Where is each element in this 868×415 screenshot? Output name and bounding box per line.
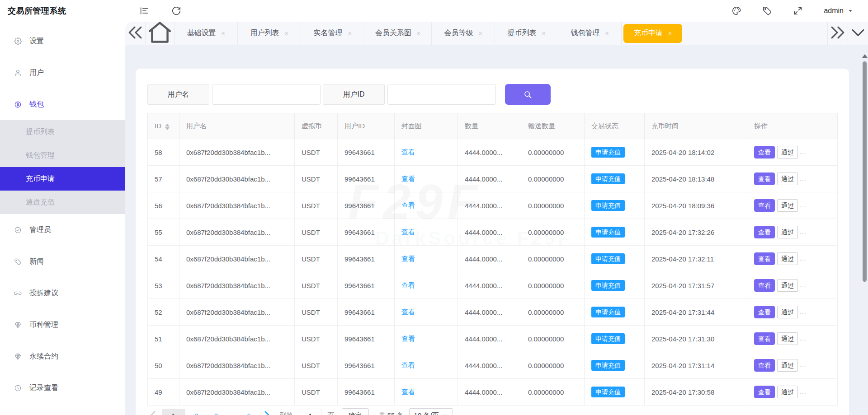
- view-cover-link[interactable]: 查看: [401, 308, 415, 316]
- per-page-select[interactable]: 10 条/页: [409, 408, 453, 415]
- refresh-button[interactable]: [171, 6, 181, 16]
- tabs-scroll-right-button[interactable]: [827, 22, 848, 45]
- approve-button[interactable]: 通过: [777, 279, 798, 292]
- tab-item[interactable]: 实名管理×: [301, 22, 364, 45]
- view-cover-link[interactable]: 查看: [401, 388, 415, 396]
- cell-username: 0x687f20dd30b384bfac1b...: [179, 299, 295, 326]
- goto-page-input[interactable]: [300, 409, 321, 415]
- page-scrollbar: [862, 50, 868, 415]
- sidebar-item-tag[interactable]: 新闻: [0, 246, 125, 277]
- tab-close-icon[interactable]: ×: [417, 30, 420, 37]
- view-button[interactable]: 查看: [754, 226, 775, 238]
- sidebar-subitem[interactable]: 充币申请: [0, 167, 125, 191]
- more-actions-label: ...: [800, 335, 807, 342]
- approve-button[interactable]: 通过: [777, 359, 798, 372]
- tab-active[interactable]: 充币申请×: [623, 24, 682, 43]
- sidebar-item-dollar[interactable]: 钱包: [0, 89, 125, 120]
- approve-button[interactable]: 通过: [777, 332, 798, 345]
- view-button[interactable]: 查看: [754, 279, 775, 292]
- approve-button[interactable]: 通过: [777, 146, 798, 159]
- status-badge: 申请充值: [591, 173, 625, 184]
- fullscreen-button[interactable]: [793, 6, 803, 16]
- tab-close-icon[interactable]: ×: [479, 30, 482, 37]
- view-cover-link[interactable]: 查看: [401, 335, 415, 342]
- sidebar-subitem[interactable]: 钱包管理: [0, 144, 125, 167]
- cell-cover: 查看: [395, 326, 458, 352]
- sidebar-subitem[interactable]: 通道充值: [0, 191, 125, 214]
- cell-id: 58: [148, 139, 179, 166]
- view-button[interactable]: 查看: [754, 359, 775, 372]
- cell-cover: 查看: [395, 352, 458, 379]
- sidebar-subitem[interactable]: 提币列表: [0, 120, 125, 144]
- approve-button[interactable]: 通过: [777, 226, 798, 238]
- view-button[interactable]: 查看: [754, 199, 775, 212]
- tab-item[interactable]: 基础设置×: [175, 22, 238, 45]
- approve-button[interactable]: 通过: [777, 173, 798, 185]
- view-button[interactable]: 查看: [754, 173, 775, 185]
- tab-close-icon[interactable]: ×: [668, 30, 672, 37]
- scrollbar-thumb[interactable]: [863, 61, 867, 282]
- page-button[interactable]: 2: [187, 409, 205, 415]
- goto-confirm-button[interactable]: 确定: [342, 408, 369, 415]
- tab-close-icon[interactable]: ×: [284, 30, 288, 37]
- sidebar-item-gem[interactable]: 永续合约: [0, 340, 125, 372]
- page-button[interactable]: 3: [207, 409, 225, 415]
- prev-page-button[interactable]: [147, 409, 159, 415]
- sidebar-item-history[interactable]: 记录查看: [0, 372, 125, 404]
- sidebar-item-gear[interactable]: 设置: [0, 25, 125, 57]
- user-menu[interactable]: admin: [824, 7, 854, 15]
- username-input[interactable]: [212, 84, 321, 105]
- approve-button[interactable]: 通过: [777, 306, 798, 318]
- tab-item[interactable]: 用户列表×: [238, 22, 301, 45]
- sort-icon[interactable]: [165, 124, 170, 130]
- approve-button[interactable]: 通过: [777, 252, 798, 265]
- view-button[interactable]: 查看: [754, 332, 775, 345]
- tab-label: 用户列表: [250, 28, 279, 38]
- sidebar-item-user[interactable]: 用户: [0, 57, 125, 89]
- tabs-menu-button[interactable]: [848, 22, 868, 45]
- view-cover-link[interactable]: 查看: [401, 255, 415, 262]
- more-actions-label: ...: [800, 388, 807, 395]
- tab-close-icon[interactable]: ×: [348, 30, 351, 37]
- view-cover-link[interactable]: 查看: [401, 201, 415, 209]
- view-button[interactable]: 查看: [754, 252, 775, 265]
- tab-item[interactable]: 会员等级×: [432, 22, 495, 45]
- view-button[interactable]: 查看: [754, 386, 775, 398]
- scrollbar-up-arrow[interactable]: [862, 54, 868, 58]
- cell-id: 52: [148, 299, 179, 326]
- tag-button[interactable]: [762, 6, 772, 16]
- column-header-label: ID: [155, 122, 161, 130]
- cell-status: 申请充值: [585, 352, 645, 379]
- view-button[interactable]: 查看: [754, 306, 775, 318]
- sidebar-menu: 设置用户钱包提币列表钱包管理充币申请通道充值管理员新闻投拆建议币种管理永续合约记…: [0, 22, 125, 404]
- view-cover-link[interactable]: 查看: [401, 281, 415, 289]
- tab-close-icon[interactable]: ×: [542, 30, 546, 37]
- tab-home[interactable]: [146, 22, 175, 45]
- view-cover-link[interactable]: 查看: [401, 228, 415, 236]
- tab-item[interactable]: 钱包管理×: [558, 22, 622, 45]
- userid-input[interactable]: [387, 84, 496, 105]
- cell-username: 0x687f20dd30b384bfac1b...: [179, 326, 295, 352]
- view-cover-link[interactable]: 查看: [401, 361, 415, 369]
- cell-id: 50: [148, 352, 179, 379]
- view-cover-link[interactable]: 查看: [401, 148, 415, 156]
- tab-item[interactable]: 提币列表×: [495, 22, 558, 45]
- view-button[interactable]: 查看: [754, 146, 775, 159]
- page-button[interactable]: 6: [240, 409, 258, 415]
- view-cover-link[interactable]: 查看: [401, 175, 415, 182]
- next-page-button[interactable]: [261, 409, 273, 415]
- cell-coin: USDT: [295, 326, 338, 352]
- tab-item[interactable]: 会员关系图×: [364, 22, 432, 45]
- sidebar-item-link[interactable]: 投拆建议: [0, 277, 125, 309]
- cell-user-id: 99643661: [338, 299, 395, 326]
- approve-button[interactable]: 通过: [777, 199, 798, 212]
- tab-close-icon[interactable]: ×: [605, 30, 609, 37]
- search-button[interactable]: [505, 84, 551, 105]
- sidebar-item-circle-check[interactable]: 管理员: [0, 214, 125, 246]
- tab-close-icon[interactable]: ×: [221, 30, 225, 37]
- sidebar-item-gem[interactable]: 币种管理: [0, 309, 125, 340]
- tabs-scroll-left-button[interactable]: [125, 22, 146, 45]
- theme-palette-button[interactable]: [731, 6, 741, 16]
- approve-button[interactable]: 通过: [777, 386, 798, 398]
- collapse-menu-button[interactable]: [139, 6, 149, 16]
